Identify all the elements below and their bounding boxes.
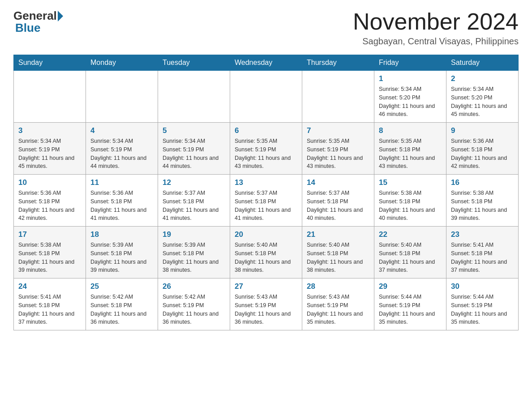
calendar-header-row: SundayMondayTuesdayWednesdayThursdayFrid…	[14, 55, 519, 71]
day-number: 8	[379, 126, 442, 135]
day-info-text: Sunrise: 5:43 AMSunset: 5:19 PMDaylight:…	[307, 293, 369, 326]
calendar-cell: 27Sunrise: 5:43 AMSunset: 5:19 PMDayligh…	[230, 278, 302, 330]
day-number: 23	[451, 230, 514, 239]
day-info-text: Sunrise: 5:38 AMSunset: 5:18 PMDaylight:…	[379, 189, 442, 223]
calendar-cell	[86, 71, 158, 123]
day-info-text: Sunrise: 5:43 AMSunset: 5:19 PMDaylight:…	[235, 293, 297, 326]
day-info-text: Sunrise: 5:36 AMSunset: 5:18 PMDaylight:…	[451, 137, 514, 171]
column-header-sunday: Sunday	[14, 55, 86, 71]
day-info-text: Sunrise: 5:42 AMSunset: 5:18 PMDaylight:…	[90, 293, 153, 326]
day-number: 19	[163, 230, 225, 239]
day-number: 7	[307, 126, 369, 135]
calendar-cell: 12Sunrise: 5:37 AMSunset: 5:18 PMDayligh…	[158, 175, 230, 227]
day-number: 24	[18, 282, 81, 291]
calendar-cell: 18Sunrise: 5:39 AMSunset: 5:18 PMDayligh…	[86, 227, 158, 278]
day-info-text: Sunrise: 5:38 AMSunset: 5:18 PMDaylight:…	[451, 189, 514, 223]
day-info-text: Sunrise: 5:40 AMSunset: 5:18 PMDaylight:…	[235, 241, 297, 274]
calendar-cell: 23Sunrise: 5:41 AMSunset: 5:18 PMDayligh…	[446, 227, 519, 278]
day-number: 25	[90, 282, 153, 291]
calendar-cell: 16Sunrise: 5:38 AMSunset: 5:18 PMDayligh…	[446, 175, 519, 227]
day-info-text: Sunrise: 5:34 AMSunset: 5:19 PMDaylight:…	[163, 137, 225, 171]
calendar-week-row: 17Sunrise: 5:38 AMSunset: 5:18 PMDayligh…	[14, 227, 519, 278]
day-number: 28	[307, 282, 369, 291]
day-info-text: Sunrise: 5:39 AMSunset: 5:18 PMDaylight:…	[163, 241, 225, 274]
column-header-thursday: Thursday	[302, 55, 374, 71]
calendar-cell	[14, 71, 86, 123]
calendar-cell: 5Sunrise: 5:34 AMSunset: 5:19 PMDaylight…	[158, 123, 230, 175]
calendar-cell: 30Sunrise: 5:44 AMSunset: 5:19 PMDayligh…	[446, 278, 519, 330]
day-number: 21	[307, 230, 369, 239]
day-number: 2	[451, 74, 514, 83]
day-number: 9	[451, 126, 514, 135]
day-info-text: Sunrise: 5:34 AMSunset: 5:19 PMDaylight:…	[90, 137, 153, 171]
day-number: 22	[379, 230, 442, 239]
calendar-cell: 17Sunrise: 5:38 AMSunset: 5:18 PMDayligh…	[14, 227, 86, 278]
day-info-text: Sunrise: 5:44 AMSunset: 5:19 PMDaylight:…	[379, 293, 442, 326]
day-number: 10	[18, 178, 81, 187]
day-info-text: Sunrise: 5:35 AMSunset: 5:18 PMDaylight:…	[379, 137, 442, 171]
calendar-cell: 4Sunrise: 5:34 AMSunset: 5:19 PMDaylight…	[86, 123, 158, 175]
day-info-text: Sunrise: 5:37 AMSunset: 5:18 PMDaylight:…	[307, 189, 369, 223]
calendar-week-row: 3Sunrise: 5:34 AMSunset: 5:19 PMDaylight…	[14, 123, 519, 175]
day-info-text: Sunrise: 5:41 AMSunset: 5:18 PMDaylight:…	[18, 293, 81, 326]
calendar-cell: 20Sunrise: 5:40 AMSunset: 5:18 PMDayligh…	[230, 227, 302, 278]
day-info-text: Sunrise: 5:38 AMSunset: 5:18 PMDaylight:…	[18, 241, 81, 274]
calendar-cell: 25Sunrise: 5:42 AMSunset: 5:18 PMDayligh…	[86, 278, 158, 330]
day-info-text: Sunrise: 5:42 AMSunset: 5:19 PMDaylight:…	[163, 293, 225, 326]
calendar-cell: 1Sunrise: 5:34 AMSunset: 5:20 PMDaylight…	[374, 71, 446, 123]
column-header-saturday: Saturday	[446, 55, 519, 71]
calendar-cell: 6Sunrise: 5:35 AMSunset: 5:19 PMDaylight…	[230, 123, 302, 175]
calendar-cell: 9Sunrise: 5:36 AMSunset: 5:18 PMDaylight…	[446, 123, 519, 175]
calendar-table: SundayMondayTuesdayWednesdayThursdayFrid…	[13, 55, 519, 330]
day-number: 27	[235, 282, 297, 291]
calendar-cell	[230, 71, 302, 123]
day-info-text: Sunrise: 5:35 AMSunset: 5:19 PMDaylight:…	[307, 137, 369, 171]
calendar-cell: 7Sunrise: 5:35 AMSunset: 5:19 PMDaylight…	[302, 123, 374, 175]
calendar-cell: 8Sunrise: 5:35 AMSunset: 5:18 PMDaylight…	[374, 123, 446, 175]
day-number: 14	[307, 178, 369, 187]
logo-blue-text: Blue	[15, 21, 40, 35]
day-info-text: Sunrise: 5:41 AMSunset: 5:18 PMDaylight:…	[451, 241, 514, 274]
day-number: 29	[379, 282, 442, 291]
calendar-cell: 10Sunrise: 5:36 AMSunset: 5:18 PMDayligh…	[14, 175, 86, 227]
calendar-cell: 14Sunrise: 5:37 AMSunset: 5:18 PMDayligh…	[302, 175, 374, 227]
logo-arrow-icon	[58, 11, 63, 21]
day-number: 17	[18, 230, 81, 239]
day-info-text: Sunrise: 5:37 AMSunset: 5:18 PMDaylight:…	[163, 189, 225, 223]
calendar-cell: 24Sunrise: 5:41 AMSunset: 5:18 PMDayligh…	[14, 278, 86, 330]
calendar-cell: 11Sunrise: 5:36 AMSunset: 5:18 PMDayligh…	[86, 175, 158, 227]
day-number: 15	[379, 178, 442, 187]
calendar-cell: 3Sunrise: 5:34 AMSunset: 5:19 PMDaylight…	[14, 123, 86, 175]
logo: General Blue	[13, 9, 64, 35]
column-header-tuesday: Tuesday	[158, 55, 230, 71]
calendar-cell: 28Sunrise: 5:43 AMSunset: 5:19 PMDayligh…	[302, 278, 374, 330]
day-number: 4	[90, 126, 153, 135]
column-header-friday: Friday	[374, 55, 446, 71]
day-info-text: Sunrise: 5:40 AMSunset: 5:18 PMDaylight:…	[307, 241, 369, 274]
day-info-text: Sunrise: 5:44 AMSunset: 5:19 PMDaylight:…	[451, 293, 514, 326]
calendar-week-row: 24Sunrise: 5:41 AMSunset: 5:18 PMDayligh…	[14, 278, 519, 330]
day-number: 26	[163, 282, 225, 291]
calendar-cell: 15Sunrise: 5:38 AMSunset: 5:18 PMDayligh…	[374, 175, 446, 227]
day-number: 6	[235, 126, 297, 135]
day-info-text: Sunrise: 5:36 AMSunset: 5:18 PMDaylight:…	[90, 189, 153, 223]
day-number: 30	[451, 282, 514, 291]
column-header-wednesday: Wednesday	[230, 55, 302, 71]
calendar-cell	[158, 71, 230, 123]
day-number: 1	[379, 74, 442, 83]
day-info-text: Sunrise: 5:35 AMSunset: 5:19 PMDaylight:…	[235, 137, 297, 171]
day-number: 20	[235, 230, 297, 239]
calendar-cell: 22Sunrise: 5:40 AMSunset: 5:18 PMDayligh…	[374, 227, 446, 278]
title-block: November 2024 Sagbayan, Central Visayas,…	[353, 9, 519, 47]
day-info-text: Sunrise: 5:39 AMSunset: 5:18 PMDaylight:…	[90, 241, 153, 274]
day-info-text: Sunrise: 5:36 AMSunset: 5:18 PMDaylight:…	[18, 189, 81, 223]
page-header: General Blue November 2024 Sagbayan, Cen…	[13, 9, 519, 47]
day-number: 12	[163, 178, 225, 187]
day-number: 5	[163, 126, 225, 135]
calendar-cell: 13Sunrise: 5:37 AMSunset: 5:18 PMDayligh…	[230, 175, 302, 227]
day-number: 18	[90, 230, 153, 239]
calendar-week-row: 1Sunrise: 5:34 AMSunset: 5:20 PMDaylight…	[14, 71, 519, 123]
day-info-text: Sunrise: 5:34 AMSunset: 5:19 PMDaylight:…	[18, 137, 81, 171]
day-info-text: Sunrise: 5:34 AMSunset: 5:20 PMDaylight:…	[451, 85, 514, 119]
calendar-cell: 26Sunrise: 5:42 AMSunset: 5:19 PMDayligh…	[158, 278, 230, 330]
